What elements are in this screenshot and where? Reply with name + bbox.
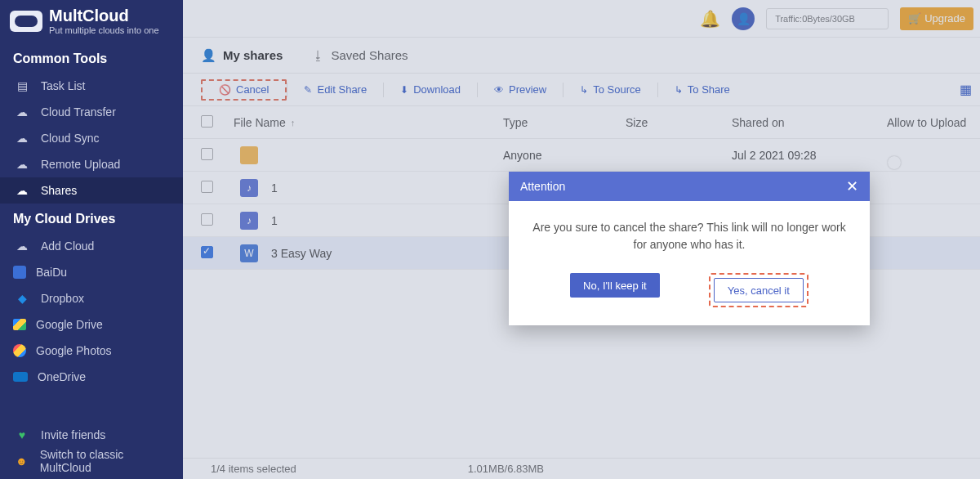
attention-modal: Attention ✕ Are you sure to cancel the s… xyxy=(509,172,870,325)
brand-title: MultCloud xyxy=(49,7,159,25)
sidebar-item-label: OneDrive xyxy=(38,370,86,383)
sidebar-item-label: Switch to classic MultCloud xyxy=(40,448,170,474)
sidebar-item-onedrive[interactable]: OneDrive xyxy=(0,364,183,390)
dropbox-icon: ◆ xyxy=(13,292,31,305)
sidebar-item-cloud-transfer[interactable]: ☁ Cloud Transfer xyxy=(0,99,183,125)
google-photos-icon xyxy=(13,344,26,357)
sidebar-item-label: Cloud Sync xyxy=(41,132,100,145)
sidebar-item-switch-classic[interactable]: ☻ Switch to classic MultCloud xyxy=(0,448,183,474)
modal-title: Attention xyxy=(520,180,565,193)
sync-icon: ☁ xyxy=(13,132,31,145)
sidebar-item-google-photos[interactable]: Google Photos xyxy=(0,338,183,364)
list-icon: ▤ xyxy=(13,79,31,92)
sidebar-section-common-tools: Common Tools xyxy=(0,43,183,73)
close-icon[interactable]: ✕ xyxy=(846,177,858,195)
cloud-icon: ☁ xyxy=(13,105,31,119)
sidebar-item-label: Google Drive xyxy=(36,318,103,331)
sidebar-item-task-list[interactable]: ▤ Task List xyxy=(0,73,183,99)
modal-message: Are you sure to cancel the share? This l… xyxy=(509,201,870,265)
brand-tagline: Put multiple clouds into one xyxy=(49,25,159,35)
share-icon: ☁ xyxy=(13,184,31,197)
yes-highlight-box: Yes, cancel it xyxy=(709,273,808,307)
main-panel: 🔔 👤 Traffic:0Bytes/30GB 🛒 Upgrade 👤 My s… xyxy=(183,0,980,479)
sidebar-item-label: Add Cloud xyxy=(41,239,94,253)
baidu-icon xyxy=(13,266,26,279)
google-drive-icon xyxy=(13,319,26,330)
sidebar-item-baidu[interactable]: BaiDu xyxy=(0,259,183,285)
gift-icon: ♥ xyxy=(13,428,31,441)
sidebar-item-label: Google Photos xyxy=(36,344,112,357)
brand-logo-icon xyxy=(10,11,42,32)
modal-header: Attention ✕ xyxy=(509,172,870,201)
modal-actions: No, I'll keep it Yes, cancel it xyxy=(509,265,870,325)
sidebar-item-dropbox[interactable]: ◆ Dropbox xyxy=(0,285,183,311)
sidebar-item-cloud-sync[interactable]: ☁ Cloud Sync xyxy=(0,125,183,151)
sidebar-item-shares[interactable]: ☁ Shares xyxy=(0,177,183,204)
sidebar-item-label: Dropbox xyxy=(41,292,84,305)
sidebar-item-label: Cloud Transfer xyxy=(41,105,116,119)
sidebar-item-add-cloud[interactable]: ☁ Add Cloud xyxy=(0,233,183,259)
upload-icon: ☁ xyxy=(13,158,31,171)
sidebar-item-label: Remote Upload xyxy=(41,158,120,171)
brand: MultCloud Put multiple clouds into one xyxy=(0,0,183,43)
sidebar-item-google-drive[interactable]: Google Drive xyxy=(0,311,183,338)
sidebar-item-remote-upload[interactable]: ☁ Remote Upload xyxy=(0,151,183,177)
no-keep-button[interactable]: No, I'll keep it xyxy=(570,273,660,298)
sidebar-item-label: Task List xyxy=(41,79,85,92)
sidebar: MultCloud Put multiple clouds into one C… xyxy=(0,0,183,479)
switch-icon: ☻ xyxy=(13,454,30,468)
sidebar-item-label: Shares xyxy=(41,184,77,197)
sidebar-section-drives: My Cloud Drives xyxy=(0,204,183,233)
sidebar-item-label: BaiDu xyxy=(36,266,67,279)
sidebar-item-invite[interactable]: ♥ Invite friends xyxy=(0,422,183,448)
sidebar-item-label: Invite friends xyxy=(41,428,105,441)
yes-cancel-button[interactable]: Yes, cancel it xyxy=(714,278,804,302)
onedrive-icon xyxy=(13,372,28,382)
plus-cloud-icon: ☁ xyxy=(13,239,31,253)
